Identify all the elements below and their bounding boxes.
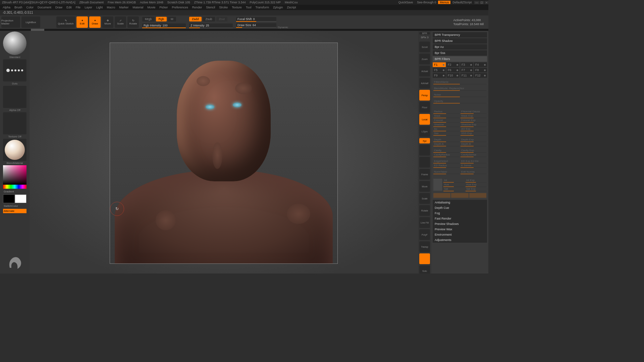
filter-f11[interactable]: F11 bbox=[460, 73, 473, 78]
filter-f1[interactable]: F1 bbox=[433, 62, 446, 67]
rs-btn10[interactable] bbox=[419, 157, 430, 168]
blend-mode[interactable]: BlendMode: Replace(Nor bbox=[433, 86, 486, 90]
filter-f10[interactable]: F10 bbox=[446, 73, 460, 78]
slider-depth[interactable]: Depth bbox=[433, 137, 459, 142]
filter-f3[interactable]: F3 bbox=[460, 62, 473, 67]
slider-ed-exp--ed-de[interactable]: ED Exp Ed De bbox=[461, 159, 486, 163]
slider-fnormal-gauss[interactable]: FNormal Gauss bbox=[461, 109, 486, 114]
scale-button[interactable]: ⤢Scale bbox=[115, 16, 126, 28]
zsub-toggle[interactable]: Zsub bbox=[203, 17, 215, 21]
gradient-toggle[interactable]: Gradient bbox=[3, 189, 26, 194]
slider-depth-exp[interactable]: Depth Exp bbox=[461, 137, 486, 142]
section-preview-wax[interactable]: Preview Wax bbox=[433, 227, 487, 232]
section-adjustments[interactable]: Adjustments bbox=[433, 237, 487, 243]
rgb-toggle[interactable]: Rgb bbox=[156, 17, 167, 21]
slider-ao-exp[interactable]: AO Exp bbox=[461, 127, 486, 131]
menu-transform[interactable]: Transform bbox=[255, 6, 269, 9]
rs-polyf[interactable]: PolyF bbox=[419, 229, 430, 240]
menu-render[interactable]: Render bbox=[192, 6, 202, 9]
rotate-button[interactable]: ↻Rotate bbox=[127, 16, 139, 28]
focal-shift-slider[interactable]: Focal Shift0 bbox=[236, 17, 276, 21]
filter-f4[interactable]: F4 bbox=[474, 62, 487, 67]
menu-preferences[interactable]: Preferences bbox=[172, 6, 188, 9]
bpr-transparency-section[interactable]: BPR Transparency bbox=[433, 32, 487, 38]
slider-radius[interactable]: Radius bbox=[433, 109, 459, 114]
bpr-ao-section[interactable]: Bpr Ao bbox=[433, 44, 487, 50]
draw-button[interactable]: ✦Draw bbox=[89, 16, 101, 28]
slider-cavityradius[interactable]: CavityRadius bbox=[433, 153, 459, 157]
projection-master-button[interactable]: Projection Master bbox=[1, 16, 20, 28]
quicksketch-button[interactable]: ✎Quick Sketch bbox=[56, 16, 75, 28]
menu-stencil[interactable]: Stencil bbox=[206, 6, 215, 9]
quicksave-button[interactable]: QuickSave bbox=[396, 1, 415, 4]
slider-fresnel-exp[interactable]: Fresnel Exp bbox=[461, 118, 486, 122]
rs-btn9[interactable] bbox=[419, 145, 430, 156]
canvas[interactable] bbox=[30, 31, 418, 274]
slider-e-sense[interactable]: E Sense bbox=[461, 163, 486, 168]
menu-zplugin[interactable]: Zplugin bbox=[273, 6, 283, 9]
slider-hue-exp[interactable]: Hue Exp bbox=[466, 182, 486, 187]
slider-depth-b[interactable]: Depth B bbox=[461, 142, 486, 146]
filter-btn-3[interactable] bbox=[469, 193, 486, 198]
menu-stroke[interactable]: Stroke bbox=[219, 6, 228, 9]
menu-texture[interactable]: Texture bbox=[232, 6, 242, 9]
default-zscript[interactable]: DefaultZScript bbox=[450, 1, 474, 4]
filter-f2[interactable]: F2 bbox=[446, 62, 460, 67]
menu-layer[interactable]: Layer bbox=[85, 6, 92, 9]
slider-mask[interactable]: Mask bbox=[433, 114, 459, 118]
stroke-selector[interactable] bbox=[3, 59, 26, 81]
menu-movie[interactable]: Movie bbox=[147, 6, 155, 9]
slider-shadow-exp[interactable]: Shadow Exp bbox=[461, 122, 486, 127]
slider-shadow[interactable]: Shadow bbox=[433, 122, 459, 127]
rs-zoom[interactable]: Zoom bbox=[419, 54, 430, 64]
rs-move[interactable]: Move bbox=[419, 181, 430, 192]
menus-toggle[interactable]: Menus bbox=[438, 1, 450, 4]
zcut-toggle[interactable]: Zcut bbox=[216, 17, 228, 21]
m-toggle[interactable]: M bbox=[168, 17, 176, 21]
slider-cavity-exp[interactable]: Cavity Exp bbox=[461, 148, 486, 153]
menu-tool[interactable]: Tool bbox=[246, 6, 252, 9]
rs-aahalf[interactable]: AAHalf bbox=[419, 78, 430, 88]
close-icon[interactable]: × bbox=[485, 1, 488, 4]
menu-material[interactable]: Material bbox=[132, 6, 143, 9]
slider-ed-radius[interactable]: ED Radius bbox=[433, 163, 459, 168]
rs-lsym[interactable]: LSym bbox=[419, 126, 430, 137]
slider-sss-exp[interactable]: SSS Exp bbox=[461, 131, 486, 135]
alternate-button[interactable]: Alternate bbox=[3, 209, 26, 213]
color-swatches[interactable] bbox=[3, 194, 26, 203]
slider-edit-norma[interactable]: Edit Norma bbox=[461, 170, 486, 174]
rs-scale[interactable]: Scale bbox=[419, 193, 430, 204]
switchcolor-button[interactable]: SwitchColor bbox=[3, 204, 26, 208]
section-preview-shadows[interactable]: Preview Shadows bbox=[433, 221, 487, 227]
filter-f7[interactable]: F7 bbox=[460, 68, 473, 72]
rs-btn18[interactable] bbox=[419, 253, 430, 264]
slider-sat[interactable]: Sat bbox=[443, 187, 464, 191]
rs-frame[interactable]: Frame bbox=[419, 169, 430, 180]
slider-int[interactable]: Int bbox=[443, 178, 464, 182]
bpr-shadow-section[interactable]: BPR Shadow bbox=[433, 38, 487, 44]
menu-marker[interactable]: Marker bbox=[119, 6, 128, 9]
opacity-slider[interactable]: Opacity bbox=[433, 99, 486, 103]
slider-fresnel[interactable]: Fresnel bbox=[433, 118, 459, 122]
rs-actual[interactable]: Actual bbox=[419, 66, 430, 76]
filter-btn-2[interactable] bbox=[451, 193, 468, 198]
rs-transp[interactable]: Transp bbox=[419, 241, 430, 252]
filter-btn-1[interactable] bbox=[433, 193, 450, 198]
rs-floor[interactable]: Floor bbox=[419, 102, 430, 113]
draw-size-slider[interactable]: Draw Size64 bbox=[236, 23, 276, 27]
zadd-toggle[interactable]: Zadd bbox=[189, 17, 202, 21]
slider-sss[interactable]: Sss bbox=[433, 131, 459, 135]
material-selector[interactable] bbox=[3, 139, 26, 161]
mrgb-toggle[interactable]: Mrgb bbox=[142, 17, 155, 21]
section-antialiasing[interactable]: Antialiasing bbox=[433, 200, 487, 205]
filter-f5[interactable]: F5 bbox=[433, 68, 446, 72]
bpr-sss-section[interactable]: Bpr Sss bbox=[433, 50, 487, 56]
bpr-render-button[interactable]: BPR bbox=[419, 32, 430, 35]
z-intensity-slider[interactable]: Z Intensity25 bbox=[189, 23, 233, 27]
menu-zscript[interactable]: Zscript bbox=[287, 6, 296, 9]
slider-cavity[interactable]: Cavity bbox=[433, 148, 459, 153]
rs-scroll[interactable]: Scroll bbox=[419, 42, 430, 52]
menu-picker[interactable]: Picker bbox=[159, 6, 168, 9]
rs-local[interactable]: Local bbox=[419, 114, 430, 125]
menu-brush[interactable]: Brush bbox=[14, 6, 22, 9]
